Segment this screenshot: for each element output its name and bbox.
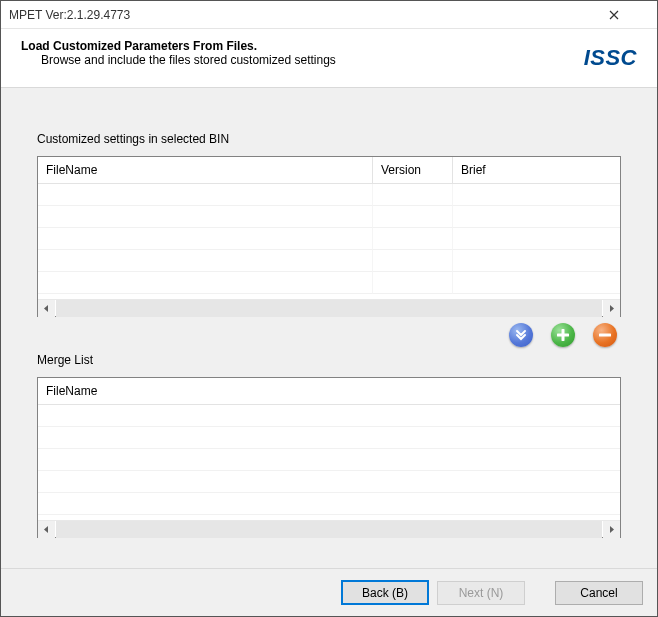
grid-body bbox=[38, 405, 620, 520]
h-scrollbar[interactable] bbox=[38, 299, 620, 316]
wizard-footer: Back (B) Next (N) Cancel bbox=[1, 568, 657, 616]
grid-header: FileName Version Brief bbox=[38, 157, 620, 184]
content-area: Customized settings in selected BIN File… bbox=[1, 88, 657, 572]
action-buttons-row bbox=[37, 317, 621, 351]
cancel-button[interactable]: Cancel bbox=[555, 581, 643, 605]
table-row[interactable] bbox=[38, 206, 620, 228]
col-brief[interactable]: Brief bbox=[453, 157, 620, 183]
top-section-label: Customized settings in selected BIN bbox=[37, 132, 621, 146]
titlebar: MPET Ver:2.1.29.4773 bbox=[1, 1, 657, 29]
header-text: Load Customized Parameters From Files. B… bbox=[21, 39, 584, 67]
customized-settings-grid[interactable]: FileName Version Brief bbox=[37, 156, 621, 317]
dialog-window: MPET Ver:2.1.29.4773 Load Customized Par… bbox=[0, 0, 658, 617]
table-row[interactable] bbox=[38, 184, 620, 206]
scroll-right-icon[interactable] bbox=[603, 300, 620, 317]
scroll-left-icon[interactable] bbox=[38, 521, 55, 538]
col-filename[interactable]: FileName bbox=[38, 378, 620, 404]
table-row[interactable] bbox=[38, 449, 620, 471]
grid-header: FileName bbox=[38, 378, 620, 405]
next-button: Next (N) bbox=[437, 581, 525, 605]
minus-icon bbox=[599, 329, 611, 341]
plus-icon bbox=[557, 329, 569, 341]
logo: ISSC bbox=[584, 45, 637, 71]
close-button[interactable] bbox=[609, 10, 649, 20]
scroll-right-icon[interactable] bbox=[603, 521, 620, 538]
merge-list-grid[interactable]: FileName bbox=[37, 377, 621, 538]
header-subtitle: Browse and include the files stored cust… bbox=[41, 53, 584, 67]
bottom-section-label: Merge List bbox=[37, 353, 621, 367]
move-down-button[interactable] bbox=[509, 323, 533, 347]
header-title: Load Customized Parameters From Files. bbox=[21, 39, 584, 53]
col-filename[interactable]: FileName bbox=[38, 157, 373, 183]
scroll-track[interactable] bbox=[56, 521, 602, 538]
grid-body bbox=[38, 184, 620, 299]
table-row[interactable] bbox=[38, 493, 620, 515]
remove-button[interactable] bbox=[593, 323, 617, 347]
col-version[interactable]: Version bbox=[373, 157, 453, 183]
table-row[interactable] bbox=[38, 250, 620, 272]
close-icon bbox=[609, 10, 619, 20]
table-row[interactable] bbox=[38, 405, 620, 427]
double-chevron-down-icon bbox=[515, 329, 527, 341]
back-button[interactable]: Back (B) bbox=[341, 580, 429, 605]
table-row[interactable] bbox=[38, 228, 620, 250]
header: Load Customized Parameters From Files. B… bbox=[1, 29, 657, 88]
table-row[interactable] bbox=[38, 272, 620, 294]
add-button[interactable] bbox=[551, 323, 575, 347]
table-row[interactable] bbox=[38, 471, 620, 493]
scroll-left-icon[interactable] bbox=[38, 300, 55, 317]
table-row[interactable] bbox=[38, 427, 620, 449]
h-scrollbar[interactable] bbox=[38, 520, 620, 537]
window-title: MPET Ver:2.1.29.4773 bbox=[9, 8, 609, 22]
scroll-track[interactable] bbox=[56, 300, 602, 317]
